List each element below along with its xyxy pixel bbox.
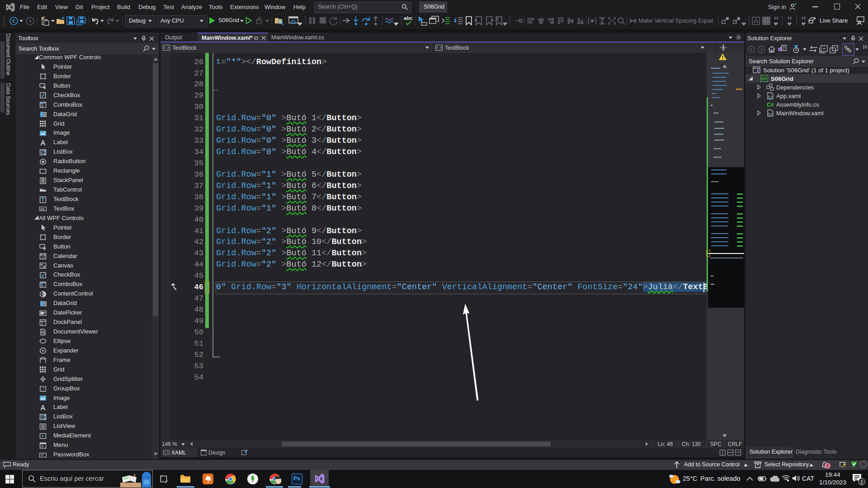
svg-text:C#: C# [767, 102, 774, 108]
svg-text:**: ** [41, 453, 44, 458]
svg-text:12: 12 [42, 256, 45, 259]
svg-text:abl: abl [40, 207, 45, 211]
svg-text:xy: xy [42, 385, 45, 389]
